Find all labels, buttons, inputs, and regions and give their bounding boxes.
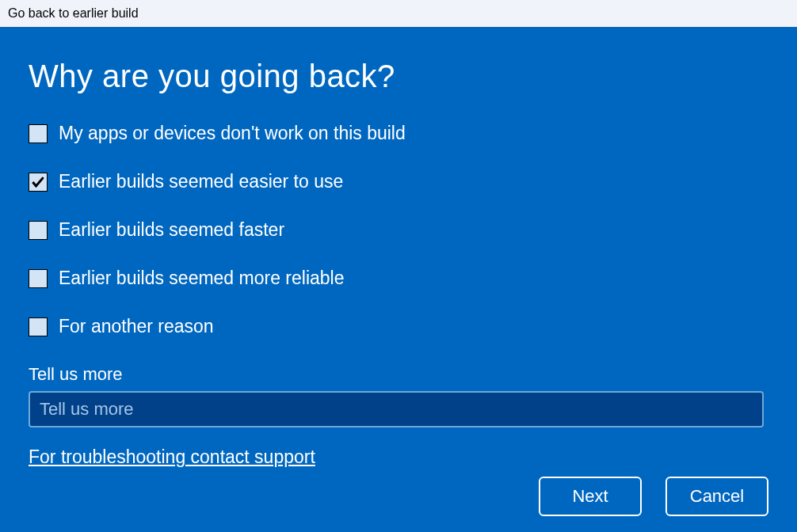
checkbox-label: Earlier builds seemed easier to use [59, 171, 343, 192]
tell-us-more-label: Tell us more [29, 364, 768, 385]
reason-option-another[interactable]: For another reason [29, 316, 768, 337]
reason-option-easier[interactable]: Earlier builds seemed easier to use [29, 171, 768, 192]
cancel-button[interactable]: Cancel [665, 477, 768, 516]
tell-us-more-input[interactable] [29, 391, 764, 428]
checkbox[interactable] [29, 269, 48, 288]
main-content: Why are you going back? My apps or devic… [0, 27, 797, 532]
checkbox-label: Earlier builds seemed faster [59, 219, 284, 241]
checkbox[interactable] [29, 221, 48, 240]
reason-option-apps-devices[interactable]: My apps or devices don't work on this bu… [29, 123, 768, 144]
reason-option-faster[interactable]: Earlier builds seemed faster [29, 219, 768, 241]
page-heading: Why are you going back? [29, 59, 768, 94]
checkbox-label: My apps or devices don't work on this bu… [59, 123, 406, 144]
title-bar: Go back to earlier build [0, 0, 797, 27]
dialog-button-row: Next Cancel [539, 477, 768, 516]
checkmark-icon [30, 174, 46, 190]
window-title: Go back to earlier build [8, 6, 139, 21]
reason-checkbox-list: My apps or devices don't work on this bu… [29, 123, 768, 337]
contact-support-link[interactable]: For troubleshooting contact support [29, 446, 315, 468]
checkbox[interactable] [29, 173, 48, 192]
checkbox[interactable] [29, 317, 48, 336]
checkbox-label: Earlier builds seemed more reliable [59, 268, 345, 289]
checkbox[interactable] [29, 124, 48, 143]
reason-option-reliable[interactable]: Earlier builds seemed more reliable [29, 268, 768, 289]
next-button[interactable]: Next [539, 477, 642, 516]
checkbox-label: For another reason [59, 316, 214, 337]
